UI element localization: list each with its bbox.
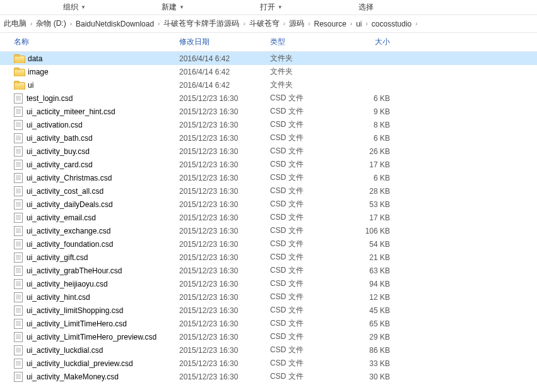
toolbar-new[interactable]: 新建 ▼ (162, 2, 184, 13)
file-row[interactable]: ui_activity_bath.csd2015/12/23 16:30CSD … (0, 131, 537, 145)
cell-type: 文件夹 (270, 66, 346, 77)
cell-date: 2015/12/23 16:30 (179, 94, 270, 103)
chevron-down-icon: ▼ (81, 4, 86, 10)
cell-type: CSD 文件 (270, 159, 346, 170)
header-size[interactable]: 大小 (346, 37, 403, 47)
cell-type: CSD 文件 (270, 331, 346, 342)
file-row[interactable]: ui_activity_foundation.csd2015/12/23 16:… (0, 237, 537, 251)
folder-row[interactable]: ui2016/4/14 6:42文件夹 (0, 78, 537, 92)
cell-name: ui_activity_foundation.csd (14, 239, 179, 249)
cell-name: test_login.csd (14, 93, 179, 104)
file-row[interactable]: ui_acticity_miteer_hint.csd2015/12/23 16… (0, 105, 537, 118)
file-row[interactable]: ui_activity_Christmas.csd2015/12/23 16:3… (0, 171, 537, 184)
file-name: ui_activity_grabTheHour.csd (27, 266, 122, 275)
breadcrumb-item[interactable]: 斗破苍穹 (249, 18, 280, 29)
file-row[interactable]: ui_activity_exchange.csd2015/12/23 16:30… (0, 224, 537, 237)
file-icon (14, 266, 23, 276)
file-list[interactable]: data2016/4/14 6:42文件夹image2016/4/14 6:42… (0, 52, 537, 392)
file-row[interactable]: ui_activity_LimitTimeHero.csd2015/12/23 … (0, 317, 537, 330)
file-icon (14, 372, 23, 382)
file-row[interactable]: test_login.csd2015/12/23 16:30CSD 文件6 KB (0, 92, 537, 105)
header-date[interactable]: 修改日期 (179, 37, 270, 47)
cell-size: 33 KB (346, 359, 403, 368)
toolbar: 组织 ▼ 新建 ▼ 打开 ▼ 选择 (0, 0, 537, 15)
toolbar-new-label: 新建 (162, 2, 177, 13)
file-row[interactable]: ui_activity_gift.csd2015/12/23 16:30CSD … (0, 251, 537, 264)
file-row[interactable]: ui_activity_grabTheHour.csd2015/12/23 16… (0, 264, 537, 277)
cell-date: 2015/12/23 16:30 (179, 200, 270, 209)
file-icon (14, 292, 23, 302)
file-row[interactable]: ui_activity_luckdial_preview.csd2015/12/… (0, 357, 537, 370)
chevron-down-icon: ▼ (179, 4, 184, 10)
file-name: test_login.csd (27, 94, 73, 103)
file-icon (14, 332, 23, 342)
toolbar-open[interactable]: 打开 ▼ (260, 2, 283, 13)
breadcrumb-item[interactable]: cocosstudio (372, 20, 411, 28)
cell-size: 94 KB (346, 280, 403, 288)
cell-date: 2015/12/23 16:30 (179, 134, 270, 143)
cell-type: CSD 文件 (270, 225, 346, 236)
cell-type: CSD 文件 (270, 172, 346, 183)
cell-type: CSD 文件 (270, 292, 346, 302)
file-icon (14, 160, 23, 170)
breadcrumb-item[interactable]: Resource (314, 20, 346, 28)
file-row[interactable]: ui_activity_limitShopping.csd2015/12/23 … (0, 304, 537, 317)
cell-size: 6 KB (346, 94, 403, 103)
breadcrumb-item[interactable]: BaiduNetdiskDownload (76, 20, 154, 28)
cell-name: ui_activity_buy.csd (14, 146, 179, 157)
file-row[interactable]: ui_activity_cost_all.csd2015/12/23 16:30… (0, 184, 537, 198)
file-name: ui_activity_email.csd (27, 213, 96, 222)
column-headers: 名称 修改日期 类型 大小 (0, 33, 537, 52)
file-row[interactable]: ui_activity_card.csd2015/12/23 16:30CSD … (0, 158, 537, 171)
file-row[interactable]: ui_activation.csd2015/12/23 16:30CSD 文件8… (0, 118, 537, 131)
cell-size: 63 KB (346, 266, 403, 275)
cell-type: CSD 文件 (270, 239, 346, 249)
cell-date: 2015/12/23 16:30 (179, 372, 270, 381)
cell-size: 53 KB (346, 200, 403, 209)
file-name: ui_activity_gift.csd (27, 253, 88, 262)
file-name: ui_activity_LimitTimeHero_preview.csd (27, 333, 156, 342)
cell-type: CSD 文件 (270, 305, 346, 316)
breadcrumb-item[interactable]: 杂物 (D:) (36, 18, 66, 29)
cell-name: ui_activity_cost_all.csd (14, 186, 179, 196)
file-icon (14, 359, 23, 369)
cell-type: CSD 文件 (270, 199, 346, 210)
breadcrumb-item[interactable]: ui (356, 20, 362, 28)
toolbar-organize[interactable]: 组织 ▼ (63, 2, 86, 13)
header-type[interactable]: 类型 (270, 37, 346, 47)
cell-date: 2016/4/14 6:42 (179, 68, 270, 76)
cell-date: 2015/12/23 16:30 (179, 306, 270, 315)
folder-icon (14, 54, 24, 63)
breadcrumb-item[interactable]: 斗破苍穹卡牌手游源码 (163, 18, 239, 29)
file-row[interactable]: ui_activity_heijiaoyu.csd2015/12/23 16:3… (0, 277, 537, 290)
cell-date: 2015/12/23 16:30 (179, 187, 270, 196)
file-row[interactable]: ui_activity_hint.csd2015/12/23 16:30CSD … (0, 290, 537, 304)
folder-row[interactable]: image2016/4/14 6:42文件夹 (0, 65, 537, 78)
toolbar-select[interactable]: 选择 (358, 2, 374, 13)
cell-type: CSD 文件 (270, 371, 346, 382)
folder-row[interactable]: data2016/4/14 6:42文件夹 (0, 52, 537, 65)
file-name: ui_activity_foundation.csd (27, 240, 113, 249)
file-icon (14, 107, 23, 117)
file-row[interactable]: ui_activity_buy.csd2015/12/23 16:30CSD 文… (0, 145, 537, 158)
breadcrumb-item[interactable]: 此电脑 (4, 18, 27, 29)
cell-date: 2015/12/23 16:30 (179, 121, 270, 129)
chevron-right-icon: › (366, 20, 368, 27)
cell-name: ui_activity_bath.csd (14, 133, 179, 143)
cell-date: 2015/12/23 16:30 (179, 147, 270, 156)
file-icon (14, 306, 23, 316)
chevron-right-icon: › (415, 20, 417, 27)
breadcrumb-item[interactable]: 源码 (289, 18, 304, 29)
cell-name: ui_activity_LimitTimeHero.csd (14, 319, 179, 329)
cell-size: 29 KB (346, 333, 403, 342)
file-row[interactable]: ui_activity_email.csd2015/12/23 16:30CSD… (0, 211, 537, 224)
chevron-right-icon: › (30, 20, 32, 27)
cell-size: 6 KB (346, 174, 403, 182)
header-name[interactable]: 名称 (14, 37, 179, 47)
cell-date: 2015/12/23 16:30 (179, 240, 270, 249)
file-row[interactable]: ui_activity_dailyDeals.csd2015/12/23 16:… (0, 198, 537, 211)
file-row[interactable]: ui_activity_MakeMoney.csd2015/12/23 16:3… (0, 370, 537, 383)
file-row[interactable]: ui_activity_luckdial.csd2015/12/23 16:30… (0, 343, 537, 357)
cell-name: ui_activity_hint.csd (14, 292, 179, 302)
file-row[interactable]: ui_activity_LimitTimeHero_preview.csd201… (0, 330, 537, 343)
